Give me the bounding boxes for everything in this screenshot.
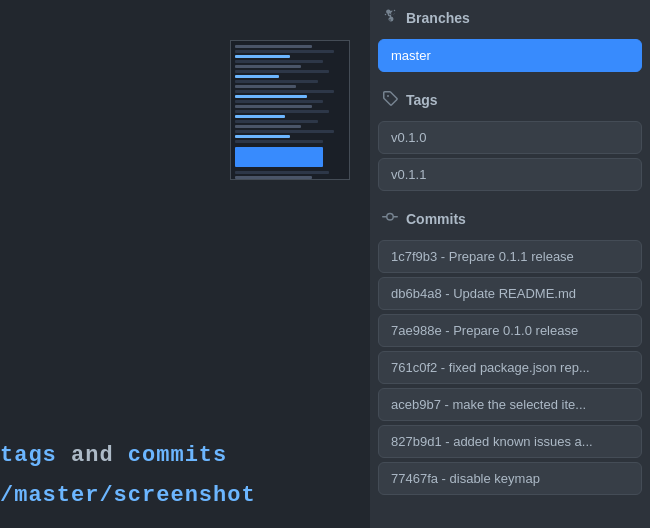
preview-content bbox=[231, 41, 349, 180]
tag-icon bbox=[382, 90, 398, 109]
tag-v011-label: v0.1.1 bbox=[391, 167, 426, 182]
text-overlay: tags tags and commitsand commits bbox=[0, 443, 227, 468]
right-panel[interactable]: Branches master Tags v0.1.0 v0.1.1 Commi… bbox=[370, 0, 650, 528]
tag-v010-label: v0.1.0 bbox=[391, 130, 426, 145]
text-and-visible: and bbox=[71, 443, 128, 468]
commit-6[interactable]: 77467fa - disable keymap bbox=[378, 462, 642, 495]
commit-3-label: 761c0f2 - fixed package.json rep... bbox=[391, 360, 590, 375]
commit-4[interactable]: aceb9b7 - make the selected ite... bbox=[378, 388, 642, 421]
commit-1-label: db6b4a8 - Update README.md bbox=[391, 286, 576, 301]
path-text: /master/screenshot bbox=[0, 483, 256, 508]
commit-0-label: 1c7f9b3 - Prepare 0.1.1 release bbox=[391, 249, 574, 264]
path-label: /master/screenshot bbox=[0, 483, 256, 508]
commit-2[interactable]: 7ae988e - Prepare 0.1.0 release bbox=[378, 314, 642, 347]
commit-icon bbox=[382, 209, 398, 228]
commit-3[interactable]: 761c0f2 - fixed package.json rep... bbox=[378, 351, 642, 384]
commit-5[interactable]: 827b9d1 - added known issues a... bbox=[378, 425, 642, 458]
commit-6-label: 77467fa - disable keymap bbox=[391, 471, 540, 486]
screenshot-preview bbox=[230, 40, 350, 180]
branches-label: Branches bbox=[406, 10, 470, 26]
tag-v010[interactable]: v0.1.0 bbox=[378, 121, 642, 154]
commit-0[interactable]: 1c7f9b3 - Prepare 0.1.1 release bbox=[378, 240, 642, 273]
commits-label: Commits bbox=[406, 211, 466, 227]
text-tags: tags bbox=[0, 443, 71, 468]
commit-5-label: 827b9d1 - added known issues a... bbox=[391, 434, 593, 449]
left-panel: tags tags and commitsand commits /master… bbox=[0, 0, 370, 528]
commit-2-label: 7ae988e - Prepare 0.1.0 release bbox=[391, 323, 578, 338]
branches-header: Branches bbox=[370, 0, 650, 35]
commits-header: Commits bbox=[370, 201, 650, 236]
commit-4-label: aceb9b7 - make the selected ite... bbox=[391, 397, 586, 412]
branch-master[interactable]: master bbox=[378, 39, 642, 72]
tags-label: Tags bbox=[406, 92, 438, 108]
branch-master-label: master bbox=[391, 48, 431, 63]
tags-header: Tags bbox=[370, 82, 650, 117]
branch-icon bbox=[382, 8, 398, 27]
tag-v011[interactable]: v0.1.1 bbox=[378, 158, 642, 191]
commit-1[interactable]: db6b4a8 - Update README.md bbox=[378, 277, 642, 310]
text-commits: commits bbox=[128, 443, 227, 468]
